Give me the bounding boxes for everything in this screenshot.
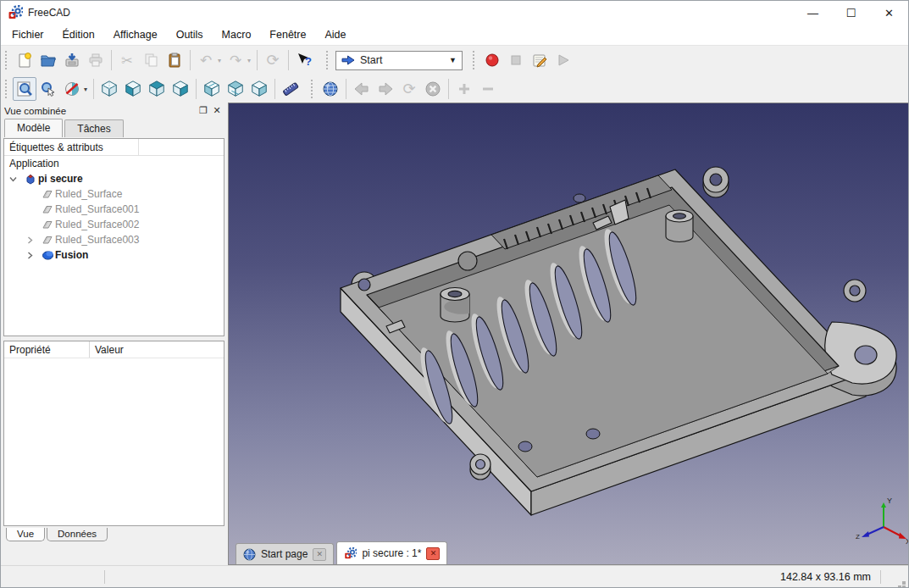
- right-view-button[interactable]: [169, 77, 192, 101]
- edit-macro-button[interactable]: [528, 48, 551, 72]
- undo-icon: ↶: [200, 52, 212, 69]
- menu-affichage[interactable]: Affichage: [104, 26, 167, 43]
- property-header: Propriété Valeur: [4, 341, 224, 358]
- combo-view-titlebar[interactable]: Vue combinée ❐ ✕: [1, 103, 227, 119]
- menu-macro[interactable]: Macro: [213, 26, 261, 43]
- record-macro-button[interactable]: [480, 48, 504, 72]
- zoom-in-button[interactable]: [452, 77, 476, 101]
- record-macro-icon: [485, 53, 500, 68]
- left-view-button[interactable]: [247, 77, 271, 101]
- axonometric-view-icon: [100, 80, 119, 98]
- tab-donnees[interactable]: Données: [47, 528, 108, 541]
- minimize-button[interactable]: —: [794, 1, 832, 25]
- save-icon: [64, 52, 80, 69]
- refresh-button[interactable]: ⟳: [261, 48, 285, 72]
- fit-all-button[interactable]: [13, 77, 36, 101]
- open-document-button[interactable]: [36, 48, 60, 72]
- menu-fichier[interactable]: Fichier: [3, 26, 53, 43]
- combo-view-title: Vue combinée: [4, 106, 66, 116]
- tree-item-ruled-surface003[interactable]: Ruled_Surface003: [4, 232, 224, 247]
- redo-button[interactable]: ↷: [224, 48, 247, 72]
- tab-start-page[interactable]: Start page ✕: [236, 543, 334, 564]
- close-tab-icon[interactable]: ✕: [313, 548, 326, 561]
- menu-aide[interactable]: Aide: [315, 26, 355, 43]
- workbench-selector[interactable]: Start ▼: [335, 51, 463, 70]
- 3d-viewport[interactable]: Y X Z Start page ✕ pi secure : 1* ✕: [228, 103, 908, 565]
- resize-grip-icon[interactable]: [902, 581, 906, 585]
- cut-button[interactable]: ✂: [115, 48, 139, 72]
- property-column-label: Propriété: [4, 344, 89, 356]
- svg-text:Z: Z: [856, 533, 860, 541]
- rear-view-button[interactable]: [200, 77, 224, 101]
- draw-style-icon: [64, 80, 80, 97]
- menu-edition[interactable]: Édition: [53, 26, 104, 43]
- save-document-button[interactable]: [60, 48, 84, 72]
- tab-taches[interactable]: Tâches: [64, 119, 123, 137]
- fit-selection-button[interactable]: [36, 77, 60, 101]
- toolbar-separator: [111, 50, 112, 70]
- toolbar-separator: [274, 79, 275, 99]
- minus-icon: [480, 81, 496, 97]
- copy-button[interactable]: [139, 48, 163, 72]
- chevron-down-icon[interactable]: [9, 175, 23, 183]
- tree-item-application[interactable]: Application: [4, 156, 224, 171]
- rear-view-icon: [202, 80, 221, 98]
- bottom-view-button[interactable]: [224, 77, 247, 101]
- toolbar-handle[interactable]: [326, 51, 330, 69]
- zoom-out-button[interactable]: [476, 77, 500, 101]
- statusbar-separator: [104, 570, 105, 584]
- surface-icon: [40, 188, 55, 200]
- toolbar-row-1: ✂ ↶ ▾ ↷ ▾ ⟳ ? Start ▼: [1, 46, 908, 75]
- edit-macro-icon: [531, 52, 548, 69]
- paste-button[interactable]: [163, 48, 186, 72]
- front-view-icon: [124, 80, 142, 98]
- tab-modele[interactable]: Modèle: [4, 119, 63, 137]
- axonometric-view-button[interactable]: [97, 77, 121, 101]
- back-button[interactable]: [350, 77, 374, 101]
- tree-item-ruled-surface[interactable]: Ruled_Surface: [4, 186, 224, 202]
- toolbar-handle[interactable]: [311, 80, 315, 98]
- menu-fenetre[interactable]: Fenêtre: [260, 26, 315, 43]
- maximize-button[interactable]: ☐: [832, 1, 870, 25]
- measure-distance-button[interactable]: [279, 77, 302, 101]
- execute-macro-button[interactable]: [551, 48, 575, 72]
- toolbar-handle[interactable]: [473, 51, 477, 69]
- reload-button[interactable]: ⟳: [397, 77, 421, 101]
- tree-item-document[interactable]: pi secure: [4, 171, 224, 186]
- play-macro-icon: [556, 53, 571, 68]
- forward-button[interactable]: [374, 77, 397, 101]
- close-tab-icon[interactable]: ✕: [426, 547, 440, 560]
- svg-text:X: X: [906, 537, 908, 546]
- new-document-button[interactable]: [13, 48, 36, 72]
- toolbar-handle[interactable]: [5, 80, 9, 98]
- tab-pi-secure[interactable]: pi secure : 1* ✕: [336, 541, 447, 564]
- close-panel-icon[interactable]: ✕: [210, 105, 224, 117]
- undo-button[interactable]: ↶: [194, 48, 218, 72]
- toolbar-separator: [448, 79, 449, 99]
- close-button[interactable]: ✕: [870, 1, 908, 25]
- tree-item-ruled-surface002[interactable]: Ruled_Surface002: [4, 217, 224, 232]
- stop-macro-button[interactable]: [504, 48, 528, 72]
- model-tree-panel: Étiquettes & attributs Application pi se…: [3, 138, 224, 336]
- toolbar-handle[interactable]: [5, 51, 9, 69]
- open-folder-icon: [40, 52, 57, 69]
- menu-outils[interactable]: Outils: [167, 26, 213, 43]
- top-view-button[interactable]: [145, 77, 169, 101]
- 3d-model: Y X Z: [229, 103, 908, 563]
- draw-style-button[interactable]: [60, 77, 84, 101]
- float-panel-icon[interactable]: ❐: [197, 105, 210, 117]
- front-view-button[interactable]: [121, 77, 145, 101]
- tab-vue[interactable]: Vue: [6, 528, 45, 541]
- tree-item-ruled-surface001[interactable]: Ruled_Surface001: [4, 202, 224, 217]
- toolbar-separator: [288, 50, 289, 70]
- web-browser-button[interactable]: [319, 77, 342, 101]
- tree-item-fusion[interactable]: Fusion: [4, 247, 224, 263]
- chevron-right-icon[interactable]: [26, 236, 40, 244]
- stop-loading-button[interactable]: [421, 77, 445, 101]
- tree-header: Étiquettes & attributs: [4, 139, 224, 156]
- toolbar-row-2: ▾: [1, 75, 908, 103]
- chevron-right-icon[interactable]: [26, 252, 40, 259]
- surface-icon: [40, 203, 55, 215]
- print-button[interactable]: [84, 48, 108, 72]
- whats-this-button[interactable]: ?: [292, 48, 316, 72]
